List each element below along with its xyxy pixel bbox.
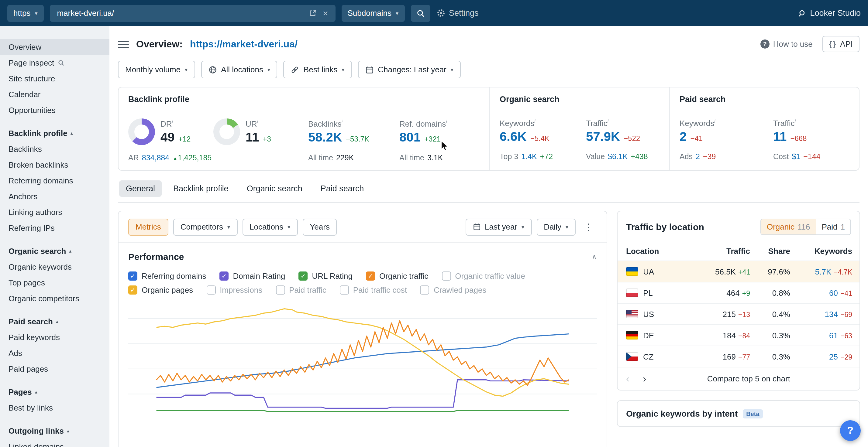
toggle-organic[interactable]: Organic116 (761, 219, 816, 234)
changes-period-dropdown[interactable]: Changes: Last year ▾ (358, 61, 461, 78)
tab-backlink-profile[interactable]: Backlink profile (166, 180, 235, 197)
checkbox-organic-pages[interactable]: ✓Organic pages (128, 285, 193, 295)
checkbox-label: Organic traffic value (455, 272, 525, 281)
open-external-icon[interactable] (309, 9, 317, 17)
competitors-dropdown[interactable]: Competitors▾ (173, 218, 237, 235)
keywords-value[interactable]: 60 (829, 288, 838, 297)
checkbox-organic-traffic[interactable]: ✓Organic traffic (366, 272, 428, 281)
tab-general[interactable]: General (119, 180, 162, 197)
sidebar-section-organic-search[interactable]: Organic search ▴ (0, 243, 110, 259)
sidebar-item-top-pages[interactable]: Top pages (0, 275, 110, 290)
metric-url-rating: URi 11+3 (213, 118, 308, 145)
sidebar-section-pages[interactable]: Pages ▴ (0, 384, 110, 400)
monthly-volume-dropdown[interactable]: Monthly volume ▾ (118, 61, 195, 78)
ads-value[interactable]: 2 (696, 153, 700, 161)
clear-url-icon[interactable]: × (323, 8, 328, 18)
sidebar-item-ads[interactable]: Ads (0, 345, 110, 361)
menu-icon[interactable] (118, 40, 129, 48)
sidebar-section-outgoing-links[interactable]: Outgoing links ▴ (0, 423, 110, 439)
top3-value[interactable]: 1.4K (521, 153, 537, 161)
sidebar-item-referring-domains[interactable]: Referring domains (0, 172, 110, 188)
sidebar-item-best-by-links[interactable]: Best by links (0, 400, 110, 415)
sidebar-item-label: Calendar (8, 90, 41, 99)
sidebar-item-organic-competitors[interactable]: Organic competitors (0, 290, 110, 306)
compare-top5-link[interactable]: Compare top 5 on chart (646, 374, 851, 383)
looker-studio-button[interactable]: Looker Studio (797, 8, 861, 18)
locations-dropdown[interactable]: Locations▾ (242, 218, 298, 235)
api-label: API (840, 39, 853, 48)
sidebar-item-paid-keywords[interactable]: Paid keywords (0, 329, 110, 345)
sidebar-item-site-structure[interactable]: Site structure (0, 70, 110, 86)
sidebar-section-paid-search[interactable]: Paid search ▴ (0, 313, 110, 329)
help-button[interactable]: ? (840, 420, 861, 441)
target-url-link[interactable]: https://market-dveri.ua/ (190, 39, 298, 49)
location-row-pl[interactable]: PL 464+9 0.8% 60−41 (618, 282, 860, 303)
keywords-value[interactable]: 134 (825, 309, 838, 318)
col-traffic: Traffic (680, 246, 750, 255)
tab-organic-search[interactable]: Organic search (240, 180, 309, 197)
checkbox-box[interactable]: ✓ (219, 272, 228, 281)
locations-filter-dropdown[interactable]: All locations ▾ (201, 61, 277, 78)
years-button[interactable]: Years (302, 218, 337, 235)
how-to-use-button[interactable]: ? How to use (761, 39, 813, 48)
sidebar-item-linked-domains[interactable]: Linked domains (0, 439, 110, 447)
location-row-cz[interactable]: CZ 169−77 0.3% 25−29 (618, 346, 860, 367)
sidebar-item-linking-authors[interactable]: Linking authors (0, 204, 110, 220)
sidebar-item-organic-keywords[interactable]: Organic keywords (0, 259, 110, 275)
checkbox-box[interactable] (206, 285, 215, 295)
checkbox-box[interactable]: ✓ (366, 272, 375, 281)
location-row-ua[interactable]: UA 56.5K+41 97.6% 5.7K−4.7K (618, 261, 860, 282)
protocol-dropdown[interactable]: https ▾ (7, 5, 43, 22)
checkbox-box[interactable]: ✓ (128, 272, 137, 281)
checkbox-paid-traffic[interactable]: Paid traffic (276, 285, 326, 295)
metrics-button[interactable]: Metrics (128, 218, 168, 235)
performance-chart-area[interactable] (128, 306, 597, 415)
sidebar-section-backlink-profile[interactable]: Backlink profile ▴ (0, 125, 110, 141)
sidebar-item-opportunities[interactable]: Opportunities (0, 102, 110, 118)
keywords-value[interactable]: 61 (829, 331, 838, 340)
scope-dropdown[interactable]: Subdomains ▾ (341, 5, 405, 22)
prev-page-icon[interactable]: ‹ (626, 374, 629, 384)
next-page-icon[interactable]: › (643, 374, 646, 384)
sidebar-item-anchors[interactable]: Anchors (0, 188, 110, 204)
sidebar-item-calendar[interactable]: Calendar (0, 86, 110, 102)
checkbox-impressions[interactable]: Impressions (206, 285, 262, 295)
tab-paid-search[interactable]: Paid search (314, 180, 371, 197)
more-options-icon[interactable]: ⋮ (581, 221, 597, 232)
checkbox-paid-traffic-cost[interactable]: Paid traffic cost (340, 285, 407, 295)
checkbox-referring-domains[interactable]: ✓Referring domains (128, 272, 206, 281)
checkbox-box[interactable]: ✓ (299, 272, 308, 281)
best-links-dropdown[interactable]: Best links ▾ (284, 61, 352, 78)
collapse-chevron-icon[interactable]: ∧ (591, 252, 597, 261)
value-amount[interactable]: $6.1K (608, 153, 628, 161)
location-row-us[interactable]: US 215−13 0.4% 134−69 (618, 303, 860, 324)
location-row-de[interactable]: DE 184−84 0.3% 61−63 (618, 324, 860, 346)
ar-value[interactable]: 834,884 (142, 153, 169, 162)
sidebar-item-paid-pages[interactable]: Paid pages (0, 361, 110, 377)
checkbox-box[interactable] (340, 285, 349, 295)
api-button[interactable]: {} API (823, 36, 860, 52)
cost-value[interactable]: $1 (792, 153, 800, 161)
date-range-dropdown[interactable]: Last year ▾ (465, 218, 532, 235)
sidebar-item-overview[interactable]: Overview (0, 39, 110, 55)
sidebar-item-page-inspect[interactable]: Page inspect (0, 55, 110, 70)
checkbox-url-rating[interactable]: ✓URL Rating (299, 272, 352, 281)
checkbox-box[interactable] (276, 285, 285, 295)
search-button[interactable] (411, 5, 430, 22)
performance-chart[interactable] (128, 306, 597, 415)
url-input[interactable]: market-dveri.ua/ × (50, 5, 335, 22)
sidebar-item-referring-ips[interactable]: Referring IPs (0, 220, 110, 236)
checkbox-box[interactable]: ✓ (128, 285, 137, 295)
checkbox-box[interactable] (420, 285, 429, 295)
toggle-paid[interactable]: Paid1 (815, 219, 850, 234)
sidebar-item-backlinks[interactable]: Backlinks (0, 141, 110, 157)
keywords-value[interactable]: 5.7K (815, 267, 832, 276)
keywords-value[interactable]: 25 (829, 352, 838, 361)
checkbox-box[interactable] (442, 272, 451, 281)
checkbox-crawled-pages[interactable]: Crawled pages (420, 285, 486, 295)
checkbox-domain-rating[interactable]: ✓Domain Rating (219, 272, 285, 281)
granularity-dropdown[interactable]: Daily▾ (536, 218, 576, 235)
checkbox-organic-traffic-value[interactable]: Organic traffic value (442, 272, 525, 281)
settings-button[interactable]: Settings (436, 8, 479, 18)
sidebar-item-broken-backlinks[interactable]: Broken backlinks (0, 157, 110, 172)
